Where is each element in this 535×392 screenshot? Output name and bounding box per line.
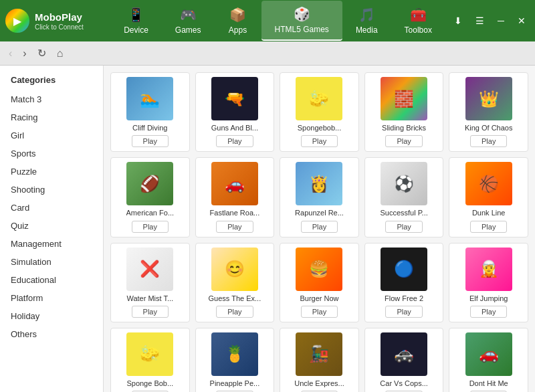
nav-html5games[interactable]: 🎲 HTML5 Games: [261, 1, 342, 41]
sidebar-title: Categories: [0, 72, 103, 90]
game-card-14: 🔵Flow Free 2Play: [364, 243, 444, 322]
sidebar-item-card[interactable]: Card: [0, 199, 103, 217]
play-button-3[interactable]: Play: [301, 135, 338, 147]
nav-device[interactable]: 📱 Device: [110, 1, 162, 41]
game-card-9: ⚽Successful P...Play: [364, 157, 444, 237]
nav-media[interactable]: 🎵 Media: [342, 1, 391, 41]
game-card-15: 🧝Elf JumpingPlay: [449, 243, 528, 322]
nav-toolbox[interactable]: 🧰 Toolbox: [391, 1, 445, 41]
game-thumb-10: 🏀: [465, 162, 512, 205]
game-card-13: 🍔Burger NowPlay: [280, 243, 359, 322]
sidebar-item-racing[interactable]: Racing: [0, 108, 103, 126]
sidebar-item-management[interactable]: Management: [0, 235, 103, 253]
play-button-1[interactable]: Play: [132, 135, 169, 147]
games-icon: 🎮: [180, 7, 197, 23]
toolbox-icon: 🧰: [410, 7, 427, 23]
game-title-4: Sliding Bricks: [382, 123, 426, 132]
play-button-6[interactable]: Play: [132, 221, 169, 233]
game-thumb-20: 🚗: [465, 332, 512, 376]
download-button[interactable]: ⬇: [450, 13, 466, 29]
game-thumb-9: ⚽: [381, 162, 427, 205]
game-thumb-4: 🧱: [381, 77, 427, 120]
play-button-13[interactable]: Play: [301, 306, 338, 318]
game-thumb-2: 🔫: [211, 77, 258, 120]
sidebar-item-girl[interactable]: Girl: [0, 126, 103, 144]
game-title-1: Cliff Diving: [132, 123, 167, 132]
play-button-8[interactable]: Play: [301, 221, 338, 233]
game-card-6: 🏈American Fo...Play: [110, 157, 190, 237]
app-subtitle: Click to Connect: [35, 23, 84, 31]
game-thumb-3: 🧽: [296, 77, 342, 120]
game-thumb-18: 🚂: [296, 332, 342, 376]
nav-media-label: Media: [356, 25, 378, 35]
address-toolbar: ‹ › ↻ ⌂: [0, 41, 535, 66]
game-card-2: 🔫Guns And Bl...Play: [195, 72, 275, 152]
games-area[interactable]: 🏊Cliff DivingPlay🔫Guns And Bl...Play🧽Spo…: [104, 66, 535, 392]
game-card-18: 🚂Uncle Expres...Play: [280, 328, 359, 392]
game-title-14: Flow Free 2: [385, 294, 423, 303]
refresh-button[interactable]: ↻: [34, 45, 49, 61]
game-thumb-11: ❌: [126, 248, 173, 291]
sidebar-items: Match 3RacingGirlSportsPuzzleShootingCar…: [0, 90, 103, 343]
topbar-actions: ⬇ ☰ ─ ✕: [450, 13, 530, 29]
game-card-7: 🚗Fastlane Roa...Play: [195, 157, 275, 237]
game-thumb-12: 😊: [211, 248, 258, 291]
game-card-4: 🧱Sliding BricksPlay: [364, 72, 444, 152]
game-title-9: Successful P...: [380, 208, 427, 217]
game-title-15: Elf Jumping: [469, 294, 508, 303]
game-card-12: 😊Guess The Ex...Play: [195, 243, 275, 322]
play-button-4[interactable]: Play: [385, 135, 422, 147]
game-card-8: 👸Rapunzel Re...Play: [280, 157, 359, 237]
game-title-11: Water Mist T...: [126, 294, 173, 303]
media-icon: 🎵: [358, 7, 375, 23]
game-title-8: Rapunzel Re...: [295, 208, 344, 217]
close-button[interactable]: ✕: [514, 13, 530, 29]
game-card-5: 👑King Of ChaosPlay: [449, 72, 528, 152]
nav-games[interactable]: 🎮 Games: [162, 1, 215, 41]
sidebar-item-sports[interactable]: Sports: [0, 144, 103, 163]
play-button-7[interactable]: Play: [216, 221, 253, 233]
sidebar: Categories Match 3RacingGirlSportsPuzzle…: [0, 66, 104, 392]
game-thumb-19: 🚓: [381, 332, 427, 376]
play-button-9[interactable]: Play: [385, 221, 422, 233]
minimize-button[interactable]: ─: [494, 13, 508, 29]
device-icon: 📱: [128, 7, 144, 23]
game-title-7: Fastlane Roa...: [210, 208, 260, 217]
sidebar-item-puzzle[interactable]: Puzzle: [0, 163, 103, 181]
game-title-13: Burger Now: [300, 294, 338, 303]
play-button-11[interactable]: Play: [132, 306, 169, 318]
game-thumb-15: 🧝: [465, 248, 512, 291]
app-logo: ▶: [5, 9, 29, 33]
nav-apps[interactable]: 📦 Apps: [215, 1, 261, 41]
game-thumb-7: 🚗: [211, 162, 258, 205]
game-thumb-13: 🍔: [296, 248, 342, 291]
game-title-20: Dont Hit Me: [469, 379, 508, 388]
html5games-icon: 🎲: [294, 6, 310, 22]
sidebar-item-simulation[interactable]: Simulation: [0, 253, 103, 271]
sidebar-item-platform[interactable]: Platform: [0, 289, 103, 307]
sidebar-item-educational[interactable]: Educational: [0, 271, 103, 289]
game-thumb-8: 👸: [296, 162, 342, 205]
sidebar-item-quiz[interactable]: Quiz: [0, 217, 103, 235]
home-button[interactable]: ⌂: [54, 46, 67, 61]
game-card-16: 🧽Sponge Bob...Play: [110, 328, 190, 392]
play-button-15[interactable]: Play: [470, 306, 507, 318]
play-button-12[interactable]: Play: [216, 306, 253, 318]
game-card-11: ❌Water Mist T...Play: [110, 243, 190, 322]
sidebar-item-shooting[interactable]: Shooting: [0, 181, 103, 199]
play-button-2[interactable]: Play: [216, 135, 253, 147]
sidebar-item-others[interactable]: Others: [0, 325, 103, 343]
sidebar-item-holiday[interactable]: Holiday: [0, 307, 103, 325]
play-button-10[interactable]: Play: [470, 221, 507, 233]
sidebar-item-match3[interactable]: Match 3: [0, 90, 103, 108]
game-title-12: Guess The Ex...: [209, 294, 261, 303]
game-card-10: 🏀Dunk LinePlay: [449, 157, 528, 237]
play-button-5[interactable]: Play: [470, 135, 507, 147]
menu-button[interactable]: ☰: [471, 13, 488, 29]
forward-button[interactable]: ›: [19, 46, 29, 61]
game-card-1: 🏊Cliff DivingPlay: [110, 72, 190, 152]
nav-items: 📱 Device 🎮 Games 📦 Apps 🎲 HTML5 Games 🎵 …: [106, 1, 450, 41]
game-thumb-5: 👑: [465, 77, 512, 120]
play-button-14[interactable]: Play: [385, 306, 422, 318]
back-button[interactable]: ‹: [5, 46, 15, 61]
